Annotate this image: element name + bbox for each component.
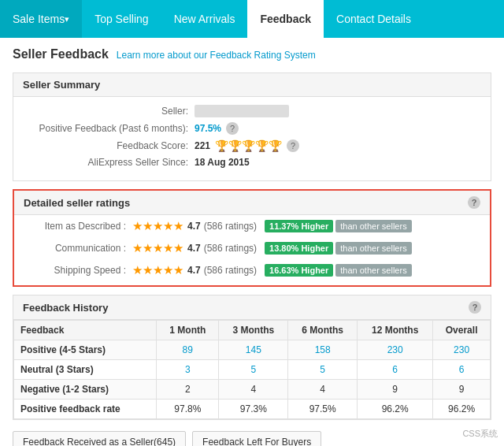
feedback-score-value: 221 — [195, 140, 210, 151]
table-row: Neutral (3 Stars) 3 5 5 6 6 — [14, 360, 491, 380]
badge-higher-shipping: 16.63% Higher — [265, 264, 333, 277]
cell-neutral-1m: 3 — [157, 360, 219, 380]
positive-feedback-help-icon[interactable]: ? — [226, 122, 239, 135]
col-header-1month: 1 Month — [157, 321, 219, 340]
page-title: Seller Feedback — [13, 47, 109, 61]
badge-higher-item-described: 11.37% Higher — [265, 220, 333, 232]
cell-rate-6m: 97.5% — [288, 400, 358, 419]
watermark: CSS系统 — [462, 428, 498, 440]
badge-higher-communication: 13.80% Higher — [265, 242, 333, 255]
cell-neutral-12m: 6 — [358, 360, 433, 380]
rating-label-shipping: Shipping Speed : — [24, 265, 126, 276]
rating-label-item-described: Item as Described : — [24, 221, 126, 232]
seller-name-placeholder — [195, 105, 289, 117]
page-content: Seller Feedback Learn more about our Fee… — [0, 38, 504, 446]
cell-positive-overall: 230 — [433, 340, 491, 360]
cell-rate-12m: 96.2% — [358, 400, 433, 419]
nav-item-feedback[interactable]: Feedback — [247, 0, 324, 38]
feedback-received-button[interactable]: Feedback Received as a Seller(645) — [13, 431, 186, 446]
cell-negative-1m: 2 — [157, 380, 219, 400]
row-label-negative: Negative (1-2 Stars) — [14, 380, 157, 400]
rating-score-communication: 4.7 — [187, 243, 201, 254]
cell-negative-6m: 4 — [288, 380, 358, 400]
badge-other-shipping: than other sellers — [335, 264, 411, 277]
cell-neutral-overall: 6 — [433, 360, 491, 380]
detailed-ratings-help-icon[interactable]: ? — [468, 196, 480, 209]
row-label-positive: Positive (4-5 Stars) — [14, 340, 157, 360]
feedback-score-label: Feedback Score: — [23, 140, 188, 151]
cell-neutral-6m: 5 — [288, 360, 358, 380]
detailed-ratings-header: Detailed seller ratings ? — [14, 191, 490, 215]
positive-feedback-row: Positive Feedback (Past 6 months): 97.5%… — [23, 122, 481, 135]
table-header-row: Feedback 1 Month 3 Months 6 Months 12 Mo… — [14, 321, 491, 340]
feedback-score-help-icon[interactable]: ? — [287, 139, 299, 152]
badge-other-item-described: than other sellers — [335, 220, 411, 232]
trophy-icons: 🏆🏆🏆🏆🏆 — [215, 139, 282, 152]
seller-since-label: AliExpress Seller Since: — [23, 157, 188, 168]
rating-stars-communication: ★★★★★ — [132, 241, 183, 255]
rating-count-communication: (586 ratings) — [204, 243, 257, 254]
rating-stars-shipping: ★★★★★ — [132, 263, 183, 277]
seller-since-value: 18 Aug 2015 — [195, 157, 250, 168]
feedback-history-header: Feedback History ? — [13, 295, 491, 320]
feedback-score-row: Feedback Score: 221 🏆🏆🏆🏆🏆 ? — [23, 139, 481, 152]
cell-negative-3m: 4 — [219, 380, 288, 400]
table-row: Positive (4-5 Stars) 89 145 158 230 230 — [14, 340, 491, 360]
positive-feedback-value: 97.5% — [195, 123, 221, 134]
positive-feedback-label: Positive Feedback (Past 6 months): — [23, 123, 188, 134]
cell-positive-12m: 230 — [358, 340, 433, 360]
rating-count-item-described: (586 ratings) — [204, 221, 257, 232]
bottom-buttons: Feedback Received as a Seller(645) Feedb… — [13, 431, 491, 446]
col-header-6months: 6 Months — [288, 321, 358, 340]
seller-summary-body: Seller: Positive Feedback (Past 6 months… — [13, 97, 491, 180]
badge-other-communication: than other sellers — [335, 242, 411, 255]
detailed-ratings-box: Detailed seller ratings ? Item as Descri… — [13, 189, 491, 287]
feedback-left-button[interactable]: Feedback Left For Buyers — [192, 431, 321, 446]
seller-summary-box: Seller Summary Seller: Positive Feedback… — [13, 72, 491, 181]
col-header-feedback: Feedback — [14, 321, 157, 340]
cell-neutral-3m: 5 — [219, 360, 288, 380]
nav-item-contact-details[interactable]: Contact Details — [324, 0, 424, 38]
cell-positive-6m: 158 — [288, 340, 358, 360]
table-row: Negative (1-2 Stars) 2 4 4 9 9 — [14, 380, 491, 400]
feedback-history-help-icon[interactable]: ? — [469, 301, 481, 314]
seller-row: Seller: — [23, 105, 481, 117]
row-label-rate: Positive feedback rate — [14, 400, 157, 419]
seller-since-row: AliExpress Seller Since: 18 Aug 2015 — [23, 157, 481, 168]
navigation-bar: Sale Items Top Selling New Arrivals Feed… — [0, 0, 504, 38]
rating-row-item-described: Item as Described : ★★★★★ 4.7 (586 ratin… — [14, 215, 490, 237]
row-label-neutral: Neutral (3 Stars) — [14, 360, 157, 380]
feedback-rating-link[interactable]: Learn more about our Feedback Rating Sys… — [117, 50, 316, 61]
rating-score-item-described: 4.7 — [187, 221, 201, 232]
rating-count-shipping: (586 ratings) — [204, 265, 257, 276]
rating-stars-item-described: ★★★★★ — [132, 219, 183, 233]
nav-item-sale-items[interactable]: Sale Items — [0, 0, 82, 38]
col-header-12months: 12 Months — [358, 321, 433, 340]
cell-rate-overall: 96.2% — [433, 400, 491, 419]
cell-positive-3m: 145 — [219, 340, 288, 360]
col-header-3months: 3 Months — [219, 321, 288, 340]
nav-item-top-selling[interactable]: Top Selling — [82, 0, 161, 38]
feedback-history-table: Feedback 1 Month 3 Months 6 Months 12 Mo… — [13, 320, 491, 419]
seller-summary-header: Seller Summary — [13, 73, 491, 97]
cell-negative-overall: 9 — [433, 380, 491, 400]
nav-item-new-arrivals[interactable]: New Arrivals — [161, 0, 248, 38]
rating-row-communication: Communication : ★★★★★ 4.7 (586 ratings) … — [14, 237, 490, 259]
rating-score-shipping: 4.7 — [187, 265, 201, 276]
cell-rate-3m: 97.3% — [219, 400, 288, 419]
table-row: Positive feedback rate 97.8% 97.3% 97.5%… — [14, 400, 491, 419]
feedback-history-body: Feedback 1 Month 3 Months 6 Months 12 Mo… — [13, 320, 491, 419]
feedback-history-box: Feedback History ? Feedback 1 Month 3 Mo… — [13, 295, 491, 420]
col-header-overall: Overall — [433, 321, 491, 340]
seller-label: Seller: — [23, 106, 188, 117]
cell-negative-12m: 9 — [358, 380, 433, 400]
rating-row-shipping: Shipping Speed : ★★★★★ 4.7 (586 ratings)… — [14, 259, 490, 285]
cell-rate-1m: 97.8% — [157, 400, 219, 419]
rating-label-communication: Communication : — [24, 243, 126, 254]
cell-positive-1m: 89 — [157, 340, 219, 360]
